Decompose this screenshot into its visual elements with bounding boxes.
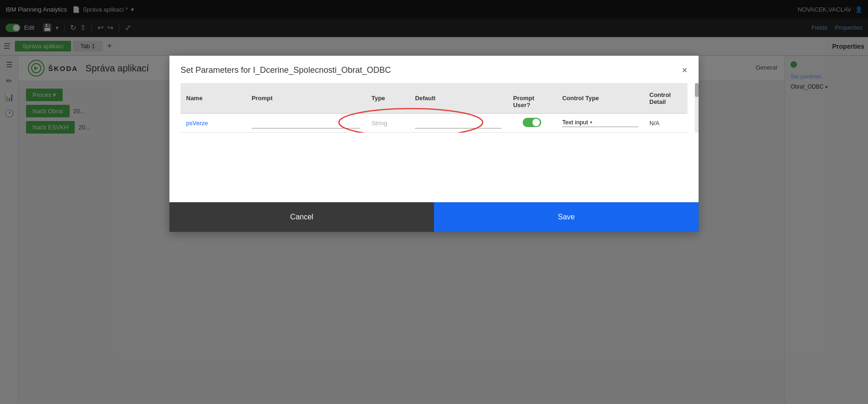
col-header-name: Name: [181, 83, 246, 114]
modal-overlay: Set Parameters for I_Dcerine_Spolecnosti…: [0, 0, 868, 404]
modal-close-button[interactable]: ×: [682, 65, 687, 76]
param-prompt-user-cell: [507, 114, 557, 133]
table-row: psVerze String: [181, 114, 687, 133]
scrollbar-thumb: [695, 83, 699, 97]
modal-empty-space: [169, 133, 699, 202]
control-type-text: Text input: [562, 119, 588, 126]
control-detail: N/A: [649, 120, 660, 127]
param-type-cell: String: [366, 114, 409, 133]
modal-table: Name Prompt Type Default Prompt User? Co…: [169, 83, 699, 133]
chevron-down-icon[interactable]: ▾: [590, 120, 592, 125]
col-header-control-detail: Control Detail: [644, 83, 687, 114]
modal-scrollbar[interactable]: [695, 83, 699, 133]
col-header-default: Default: [409, 83, 507, 114]
modal-footer: Cancel Save: [169, 202, 699, 232]
col-header-type: Type: [366, 83, 409, 114]
col-header-control-type: Control Type: [557, 83, 644, 114]
param-control-type-cell: Text input ▾: [557, 114, 644, 133]
param-name-cell: psVerze: [181, 114, 246, 133]
param-default-input[interactable]: [415, 117, 502, 128]
cancel-button[interactable]: Cancel: [169, 202, 434, 232]
control-type-wrapper: Text input ▾: [562, 119, 638, 127]
param-prompt-cell: [246, 114, 366, 133]
table-body: psVerze String: [181, 114, 687, 133]
modal-header: Set Parameters for I_Dcerine_Spolecnosti…: [169, 56, 699, 83]
param-type: String: [371, 120, 387, 127]
param-control-detail-cell: N/A: [644, 114, 687, 133]
param-prompt-input[interactable]: [252, 117, 360, 128]
param-default-cell: [409, 114, 507, 133]
save-button[interactable]: Save: [434, 202, 699, 232]
col-header-prompt: Prompt: [246, 83, 366, 114]
modal-dialog: Set Parameters for I_Dcerine_Spolecnosti…: [169, 56, 699, 232]
prompt-user-toggle[interactable]: [523, 118, 541, 127]
table-header: Name Prompt Type Default Prompt User? Co…: [181, 83, 687, 114]
param-name: psVerze: [186, 120, 208, 127]
params-table: Name Prompt Type Default Prompt User? Co…: [181, 83, 687, 133]
col-header-prompt-user: Prompt User?: [507, 83, 557, 114]
modal-title: Set Parameters for I_Dcerine_Spolecnosti…: [181, 65, 391, 75]
